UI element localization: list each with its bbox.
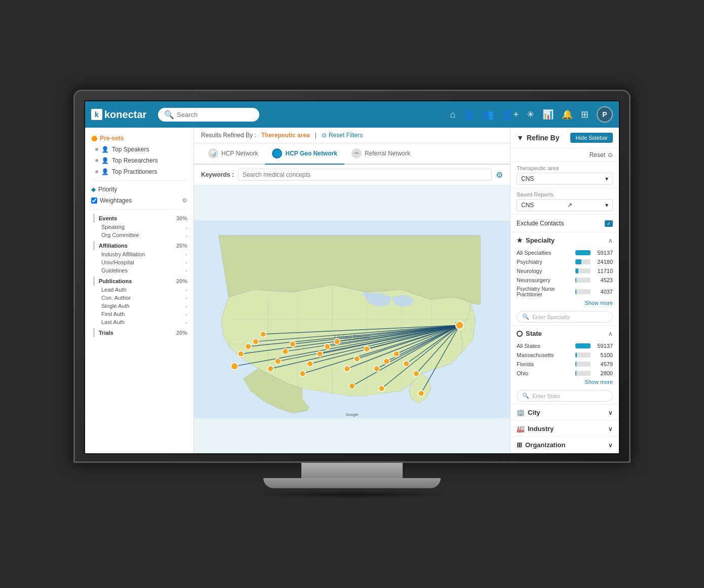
state-all-states[interactable]: All States 59137 (511, 341, 619, 350)
sidebar-item-top-practitioners[interactable]: 👤 Top Practitioners (85, 166, 193, 177)
con-author-dash: - (185, 295, 187, 301)
group-icon[interactable]: 👥 (483, 109, 494, 120)
asterisk-icon[interactable]: ✳ (527, 109, 534, 120)
svg-point-59 (379, 385, 385, 391)
svg-point-41 (267, 366, 273, 372)
specialty-neurology[interactable]: Neurology 11710 (511, 266, 619, 276)
svg-point-50 (344, 366, 350, 372)
weightages-row[interactable]: Weightages ⚙ (85, 195, 193, 206)
presets-header[interactable]: 🟠 Pre-sets (85, 133, 193, 144)
tab-hcp-geo-network[interactable]: 🌐 HCP Geo Network (265, 143, 344, 165)
svg-point-49 (334, 339, 340, 345)
svg-point-38 (245, 343, 251, 349)
user-icon[interactable]: 👤 (463, 109, 475, 120)
specialty-psychiatry[interactable]: Psychiatry 24180 (511, 257, 619, 266)
first-auth-item: First Auth - (91, 310, 187, 318)
saved-reports-dropdown[interactable]: CNS ↗ ▾ (517, 199, 613, 211)
state-massachusetts[interactable]: Massachusetts 5100 (511, 350, 619, 360)
organization-section[interactable]: ⊞ Organization ∨ (511, 437, 619, 453)
state-florida[interactable]: Florida 4579 (511, 360, 619, 369)
industry-affiliation-label: Industry Affiliation (101, 251, 145, 257)
svg-text:Google: Google (345, 412, 358, 417)
tab-referral-network[interactable]: 〜 Referral Network (344, 143, 417, 165)
person-add-icon[interactable]: 👤+ (502, 109, 519, 120)
psychiatry-fill (575, 259, 581, 264)
saved-reports-value: CNS (521, 202, 534, 209)
all-specialties-label: All Specialties (517, 250, 572, 256)
sidebar-item-top-researchers[interactable]: 👤 Top Researchers (85, 155, 193, 166)
hide-sidebar-button[interactable]: Hide Sidebar (570, 133, 613, 143)
search-bar[interactable]: 🔍 (158, 108, 259, 122)
specialty-all-specialties[interactable]: All Specialties 59137 (511, 248, 619, 257)
weightages-checkbox[interactable] (91, 198, 97, 204)
organization-icon: ⊞ (517, 441, 522, 449)
svg-point-37 (238, 351, 244, 357)
state-ohio[interactable]: Ohio 2800 (511, 369, 619, 378)
tab-referral-network-label: Referral Network (365, 150, 410, 157)
specialty-title: ★ Specialty (517, 237, 555, 244)
reset-filters-link[interactable]: ⊙ Reset Filters (322, 132, 363, 139)
state-section-header[interactable]: State ∧ (511, 326, 619, 341)
state-show-more[interactable]: Show more (511, 378, 619, 387)
svg-point-56 (403, 361, 409, 367)
all-states-fill (575, 343, 591, 348)
sidebar-icon-researcher: 👤 (101, 157, 109, 164)
industry-section[interactable]: 🏭 Industry ∨ (511, 421, 619, 437)
all-specialties-bar (575, 250, 591, 255)
specialty-section-header[interactable]: ★ Specialty ∧ (511, 232, 619, 248)
speaking-item: Speaking - (91, 223, 187, 231)
svg-point-44 (290, 341, 296, 347)
priority-row[interactable]: ◆ Priority (85, 184, 193, 195)
guidelines-item: Guidelines - (91, 266, 187, 275)
specialty-enter-row: 🔍 Enter Specialty (511, 308, 619, 325)
neurosurgery-label: Neurosurgery (517, 277, 572, 283)
trials-pct: 20% (176, 330, 187, 336)
svg-point-43 (283, 348, 289, 355)
massachusetts-label: Massachusetts (517, 352, 572, 358)
exclude-contacts-field: Exclude Contacts ✓ (511, 215, 619, 232)
therapeutic-area-value: CNS (521, 175, 534, 182)
home-icon[interactable]: ⌂ (450, 109, 456, 120)
neurosurgery-fill (575, 278, 576, 283)
lead-auth-item: Lead Auth - (91, 286, 187, 294)
specialty-psych-nurse[interactable]: Psychiatry Nurse Practitioner 4037 (511, 285, 619, 299)
last-auth-dash: - (185, 319, 187, 325)
saved-reports-action-icon[interactable]: ↗ (567, 202, 572, 209)
svg-point-61 (456, 321, 464, 329)
grid-icon[interactable]: ⊞ (581, 109, 589, 120)
svg-point-46 (307, 361, 313, 367)
specialty-search-icon: 🔍 (522, 313, 529, 320)
state-label: State (526, 330, 542, 337)
city-section[interactable]: 🏢 City ∨ (511, 405, 619, 421)
search-input[interactable] (177, 111, 253, 119)
bell-icon[interactable]: 🔔 (562, 109, 573, 120)
reset-circle-icon[interactable]: ⊙ (608, 151, 613, 159)
state-enter-input[interactable]: 🔍 Enter State (517, 390, 613, 402)
therapeutic-area-dropdown[interactable]: CNS ▾ (517, 173, 613, 185)
hcp-network-icon: 📊 (208, 148, 218, 159)
sidebar-icon-practitioner: 👤 (101, 168, 109, 175)
filter-icon: ▼ (517, 134, 524, 142)
neurology-label: Neurology (517, 268, 572, 274)
specialty-enter-input[interactable]: 🔍 Enter Specialty (517, 311, 613, 323)
psychiatry-bar (575, 259, 591, 264)
chart-icon[interactable]: 📊 (542, 109, 554, 120)
specialty-neurosurgery[interactable]: Neurosurgery 4523 (511, 276, 619, 285)
massachusetts-count: 5100 (594, 352, 613, 358)
avatar[interactable]: P (597, 106, 613, 123)
exclude-contacts-check[interactable]: ✓ (605, 220, 613, 227)
keywords-input[interactable] (238, 169, 492, 181)
weightages-settings-icon[interactable]: ⚙ (182, 197, 187, 204)
tab-hcp-network[interactable]: 📊 HCP Network (201, 143, 265, 165)
ohio-count: 2800 (594, 370, 613, 376)
state-enter-row: 🔍 Enter State (511, 387, 619, 404)
psych-nurse-label: Psychiatry Nurse Practitioner (517, 286, 572, 297)
organization-chevron-down-icon: ∨ (608, 442, 613, 449)
org-committee-item: Org Committee - (91, 231, 187, 239)
univ-hospital-dash: - (185, 259, 187, 265)
specialty-show-more[interactable]: Show more (511, 299, 619, 308)
dot-icon (95, 148, 98, 151)
sidebar-item-top-speakers[interactable]: 👤 Top Speakers (85, 144, 193, 155)
saved-reports-label: Saved Reports (517, 191, 613, 198)
map-settings-gear-icon[interactable]: ⚙ (496, 170, 503, 180)
